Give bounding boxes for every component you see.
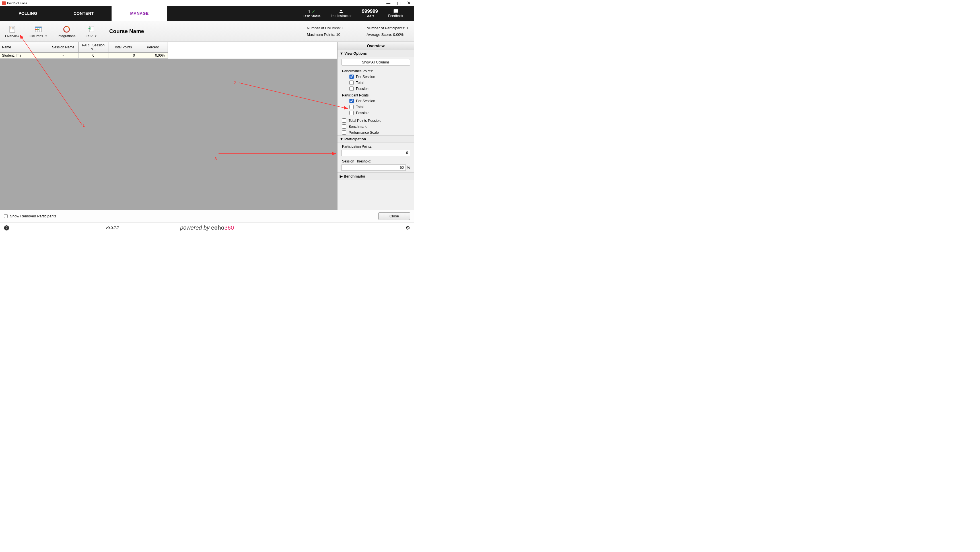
minimize-button[interactable]: — (383, 0, 393, 6)
stats: Number of Columns: 1 Maximum Points: 10 … (307, 26, 414, 37)
benchmarks-label: Benchmarks (344, 174, 365, 178)
sidepanel: Overview ▼View Options Show All Columns … (337, 42, 414, 210)
checkbox[interactable] (350, 81, 354, 85)
part-total-check[interactable]: Total (337, 104, 414, 110)
bottombar: Show Removed Participants Close (0, 210, 414, 222)
checkbox[interactable] (342, 124, 346, 129)
perf-per-session-check[interactable]: Per Session (337, 74, 414, 80)
checkbox[interactable] (350, 99, 354, 103)
avg-score: Average Score: 0.00% (366, 32, 408, 37)
svg-rect-1 (11, 27, 11, 28)
chat-icon (393, 9, 398, 14)
col-total[interactable]: Total Points (108, 42, 138, 52)
columns-button[interactable]: Columns▼ (24, 21, 52, 41)
user-info[interactable]: Ima Instructor (326, 9, 356, 18)
perf-scale-check[interactable]: Performance Scale (337, 129, 414, 135)
chevron-down-icon: ▼ (94, 35, 97, 38)
data-grid[interactable]: Name Session Name PART: Session N... Tot… (0, 42, 337, 59)
overview-label: Overview (5, 34, 19, 38)
header-row: Name Session Name PART: Session N... Tot… (0, 42, 168, 52)
seats-info[interactable]: 999999 Seats (357, 8, 383, 18)
integrations-button[interactable]: Integrations (52, 21, 81, 41)
sidepanel-title: Overview (337, 42, 414, 50)
participation-points-input[interactable] (342, 150, 410, 156)
tab-content[interactable]: CONTENT (56, 6, 111, 21)
close-window-button[interactable]: ✕ (404, 0, 414, 6)
benchmarks-header[interactable]: ▶Benchmarks (337, 172, 414, 180)
csv-icon (86, 24, 96, 34)
help-icon[interactable]: ? (4, 225, 9, 231)
checkbox[interactable] (350, 105, 354, 109)
course-title: Course Name (106, 28, 307, 35)
part-possible-check[interactable]: Possible (337, 110, 414, 116)
show-all-columns-button[interactable]: Show All Columns (342, 59, 410, 66)
show-removed-label: Show Removed Participants (10, 214, 56, 218)
col-percent[interactable]: Percent (138, 42, 168, 52)
seats-value: 999999 (362, 8, 378, 14)
maximize-button[interactable]: ▢ (393, 0, 404, 6)
perf-points-label: Performance Points: (337, 67, 414, 74)
sidepanel-body: ▼View Options Show All Columns Performan… (337, 50, 414, 210)
svg-rect-3 (11, 29, 11, 29)
seats-label: Seats (366, 14, 374, 18)
caret-down-icon: ▼ (340, 137, 343, 141)
window-controls: — ▢ ✕ (383, 0, 414, 6)
checkbox[interactable] (342, 130, 346, 135)
svg-rect-10 (35, 27, 41, 28)
participation-label: Participation (344, 137, 366, 141)
gear-icon[interactable]: ⚙ (406, 225, 410, 231)
content-area: Name Session Name PART: Session N... Tot… (0, 42, 414, 210)
caret-down-icon: ▼ (340, 51, 343, 56)
part-per-session-check[interactable]: Per Session (337, 98, 414, 104)
svg-rect-2 (12, 27, 14, 28)
col-part[interactable]: PART: Session N... (78, 42, 108, 52)
app-icon (2, 2, 6, 5)
task-status-label: Task Status (303, 14, 320, 18)
tab-polling[interactable]: POLLING (0, 6, 56, 21)
user-name: Ima Instructor (331, 14, 352, 18)
show-removed-check[interactable]: Show Removed Participants (4, 214, 56, 218)
perf-total-check[interactable]: Total (337, 80, 414, 86)
svg-rect-0 (10, 26, 15, 32)
checkbox[interactable] (350, 86, 354, 91)
total-points-possible-check[interactable]: Total Points Possible (337, 118, 414, 124)
integrations-label: Integrations (57, 34, 75, 38)
cell-total: 0 (108, 52, 138, 59)
app-title: PointSolutions (7, 2, 27, 5)
feedback-label: Feedback (388, 14, 403, 18)
tab-manage[interactable]: MANAGE (111, 6, 167, 21)
navbar: POLLING CONTENT MANAGE 1✓ Task Status Im… (0, 6, 414, 21)
checkbox[interactable] (350, 111, 354, 115)
user-icon (339, 9, 344, 14)
powered-by: powered by echo360 (180, 224, 234, 231)
table-row[interactable]: Student, Ima - 0 0 0.00% (0, 52, 168, 59)
checkbox[interactable] (4, 214, 8, 218)
version-label: v9.0.7.7 (106, 226, 119, 230)
close-button[interactable]: Close (379, 212, 410, 220)
view-options-header[interactable]: ▼View Options (337, 50, 414, 57)
col-name[interactable]: Name (0, 42, 48, 52)
participation-points-label: Participation Points: (337, 143, 414, 149)
feedback-info[interactable]: Feedback (383, 9, 408, 18)
separator (104, 23, 104, 40)
session-threshold-input[interactable] (342, 164, 406, 171)
cell-name: Student, Ima (0, 52, 48, 59)
max-points: Maximum Points: 10 (307, 32, 344, 37)
overview-button[interactable]: Overview (0, 21, 24, 41)
checkbox[interactable] (350, 75, 354, 79)
perf-possible-check[interactable]: Possible (337, 86, 414, 92)
percent-sign: % (407, 165, 410, 170)
num-columns: Number of Columns: 1 (307, 26, 344, 30)
checkbox[interactable] (342, 118, 346, 122)
annotation-1: 1 (83, 123, 85, 127)
col-session[interactable]: Session Name (48, 42, 78, 52)
participation-header[interactable]: ▼Participation (337, 135, 414, 143)
caret-right-icon: ▶ (340, 174, 343, 178)
nav-info: 1✓ Task Status Ima Instructor 999999 Sea… (292, 6, 414, 21)
columns-label: Columns (30, 34, 43, 38)
overview-icon (7, 24, 17, 34)
csv-button[interactable]: CSV▼ (81, 21, 102, 41)
task-status[interactable]: 1✓ Task Status (298, 9, 326, 18)
benchmark-check[interactable]: Benchmark (337, 124, 414, 129)
part-points-label: Participant Points: (337, 92, 414, 98)
